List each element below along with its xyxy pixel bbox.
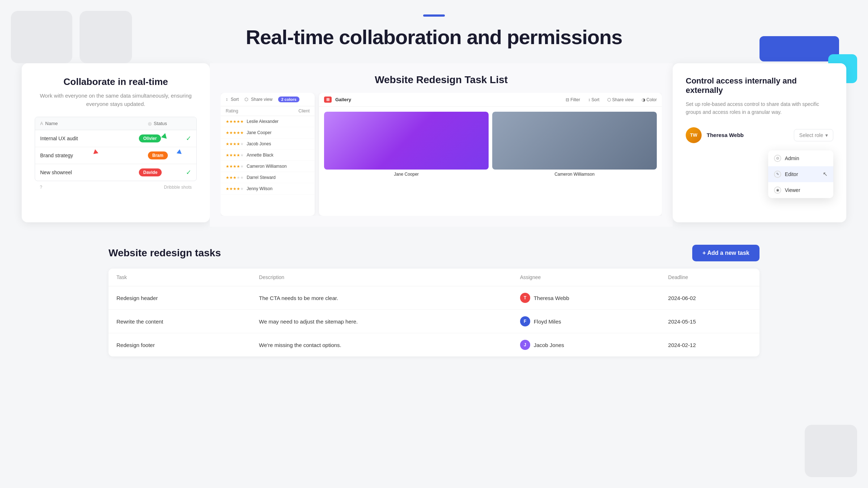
name-col-icon: A: [40, 121, 43, 126]
color-btn[interactable]: ◑ Color: [642, 97, 657, 102]
avatar-initials: TW: [690, 132, 697, 138]
access-control-card: Control access internally and externally…: [673, 63, 846, 222]
table-row: Rewrite the content We may need to adjus…: [109, 310, 760, 333]
rating-panel-header: ↕ Sort ⬡ Share view 2 colors: [221, 93, 315, 106]
task-2-name: Rewrite the content: [109, 310, 251, 333]
client-1: Leslie Alexander: [247, 119, 278, 124]
badge-davide: Davide: [139, 168, 162, 176]
gallery-name-jane: Jane Cooper: [324, 170, 489, 177]
task-name-1: Internal UX audit: [40, 136, 139, 141]
sort-btn[interactable]: ↕ Sort: [588, 97, 599, 102]
assignee-name-3: Jacob Jones: [534, 342, 564, 348]
client-6: Darrel Steward: [247, 175, 276, 180]
assignee-cell-3: J Jacob Jones: [520, 340, 652, 350]
task-status-3: Davide: [139, 168, 182, 176]
tasks-table: Task Description Assignee Deadline Redes…: [109, 269, 760, 356]
rating-col-header: Rating: [226, 108, 298, 114]
filter-btn[interactable]: ⊟ Filter: [566, 97, 580, 102]
select-role-button[interactable]: Select role ▾: [794, 129, 833, 141]
gallery-item-2: Cameron Williamson: [492, 112, 657, 177]
gallery-name-cameron: Cameron Williamson: [492, 170, 657, 177]
rating-panel: ↕ Sort ⬡ Share view 2 colors Rating Clie…: [221, 93, 315, 216]
task-3-deadline: 2024-02-12: [660, 333, 760, 357]
gallery-icon: ⊞: [324, 97, 332, 103]
collaborate-title: Collaborate in real-time: [35, 76, 197, 87]
client-5: Cameron Williamson: [247, 164, 287, 169]
cursor-blue-icon: [176, 149, 182, 154]
col-description: Description: [251, 269, 512, 286]
access-description: Set up role-based access control to shar…: [686, 100, 833, 116]
role-viewer-label: Viewer: [785, 187, 800, 193]
stars-1: ★★★★★: [226, 119, 244, 124]
tasklist-title: Website Redesign Task List: [221, 74, 662, 86]
editor-icon: ✎: [774, 171, 781, 178]
task-name-3: New showreel: [40, 170, 139, 175]
bg-decoration-3: [760, 36, 839, 61]
gallery-header: ⊞ Gallery ⊟ Filter ↕ Sort ⬡ Share view ◑…: [319, 93, 662, 107]
client-col-header: Client: [298, 108, 310, 114]
col-task: Task: [109, 269, 251, 286]
client-2: Jane Cooper: [247, 130, 272, 135]
collaborate-description: Work with everyone on the same data simu…: [35, 92, 197, 108]
badge-bram: Bram: [148, 151, 168, 159]
rating-row: ★★★★★ Jacob Jones: [221, 138, 315, 150]
badge-olivier: Olivier: [139, 134, 161, 142]
role-option-admin[interactable]: ⊙ Admin: [768, 150, 833, 166]
task-2-desc: We may need to adjust the sitemap here.: [251, 310, 512, 333]
select-role-label: Select role: [799, 132, 823, 138]
rating-row: ★★★★★ Darrel Steward: [221, 172, 315, 183]
rating-row: ★★★★★ Jenny Wilson: [221, 183, 315, 194]
mini-table-row: New showreel Davide ✓: [35, 164, 196, 181]
gallery-item-1: Jane Cooper: [324, 112, 489, 177]
share-btn[interactable]: ⬡ Share view: [607, 97, 634, 102]
stars-6: ★★★★★: [226, 175, 244, 180]
table-row: Redesign header The CTA needs to be more…: [109, 286, 760, 310]
task-ui-wrapper: ↕ Sort ⬡ Share view 2 colors Rating Clie…: [221, 93, 662, 216]
rating-row: ★★★★★ Jane Cooper: [221, 127, 315, 138]
bottom-section: Website redesign tasks + Add a new task …: [0, 245, 868, 378]
check-icon-1: ✓: [186, 134, 191, 142]
mini-table-row: Brand strategy Bram: [35, 147, 196, 164]
sort-icon: ↕: [226, 97, 228, 102]
stars-2: ★★★★★: [226, 130, 244, 135]
mini-table-header: A Name ◎ Status: [35, 117, 196, 130]
collaborate-card: Collaborate in real-time Work with every…: [22, 63, 210, 222]
add-task-button[interactable]: + Add a new task: [692, 245, 760, 261]
col-assignee: Assignee: [512, 269, 660, 286]
bg-decoration-5: [805, 425, 857, 477]
task-1-desc: The CTA needs to be more clear.: [251, 286, 512, 310]
assignee-name-1: Theresa Webb: [534, 295, 569, 301]
bg-decoration-1: [11, 11, 72, 63]
role-option-viewer[interactable]: ◉ Viewer: [768, 182, 833, 198]
check-icon-3: ✓: [186, 168, 191, 176]
task-2-assignee: F Floyd Miles: [512, 310, 660, 333]
col-header-status: ◎ Status: [148, 121, 191, 126]
viewer-icon: ◉: [774, 187, 781, 194]
assignee-dot-1: T: [520, 293, 530, 303]
task-1-deadline: 2024-06-02: [660, 286, 760, 310]
task-1-name: Redesign header: [109, 286, 251, 310]
table-header-row: Website redesign tasks + Add a new task: [109, 245, 760, 261]
task-status-2: Bram: [148, 151, 191, 159]
stars-5: ★★★★★: [226, 164, 244, 169]
gallery-image-cameron: [492, 112, 657, 170]
task-1-assignee: T Theresa Webb: [512, 286, 660, 310]
assignee-dot-2: F: [520, 316, 530, 326]
col-deadline: Deadline: [660, 269, 760, 286]
assignee-name-2: Floyd Miles: [534, 318, 561, 325]
task-3-desc: We're missing the contact options.: [251, 333, 512, 357]
role-option-editor[interactable]: ✎ Editor ↖: [768, 166, 833, 182]
header-accent-bar: [423, 14, 445, 17]
chevron-down-icon: ▾: [825, 132, 828, 138]
task-status-1: Olivier: [139, 134, 182, 142]
share-header-label: Share view: [251, 97, 272, 102]
stars-4: ★★★★★: [226, 153, 244, 158]
cards-section: Collaborate in real-time Work with every…: [0, 63, 868, 227]
client-7: Jenny Wilson: [247, 186, 272, 191]
table-header-row: Task Description Assignee Deadline: [109, 269, 760, 286]
client-4: Annette Black: [247, 153, 273, 158]
assignee-cell-1: T Theresa Webb: [520, 293, 652, 303]
table-head: Task Description Assignee Deadline: [109, 269, 760, 286]
stars-3: ★★★★★: [226, 142, 244, 146]
col-header-name: A Name: [40, 121, 148, 126]
